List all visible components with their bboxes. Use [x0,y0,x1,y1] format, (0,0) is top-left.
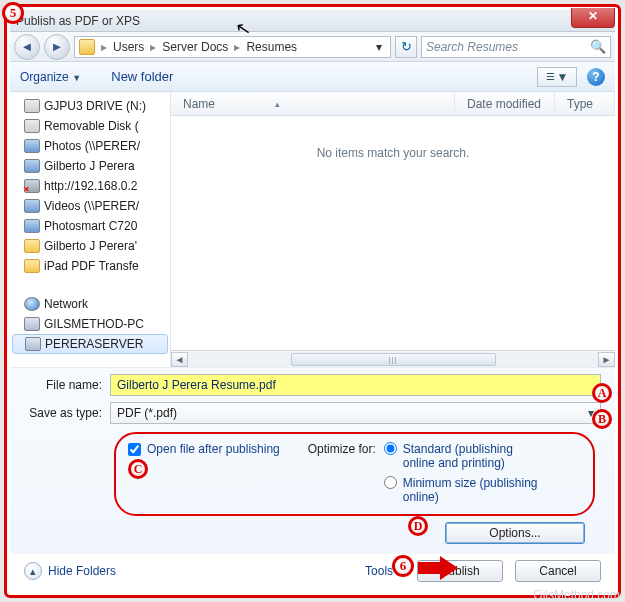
sidebar-item[interactable]: Videos (\\PERER/ [12,196,168,216]
sidebar-network[interactable]: Network [12,294,168,314]
chevron-right-icon: ▸ [230,40,244,54]
computer-icon [24,317,40,331]
titlebar: Publish as PDF or XPS ✕ [10,10,615,32]
marker-b: B [592,409,612,429]
scroll-left-button[interactable]: ◄ [171,352,188,367]
optimize-label: Optimize for: [308,442,376,504]
sidebar-item-selected[interactable]: PERERASERVER [12,334,168,354]
saveas-value: PDF (*.pdf) [117,406,177,420]
sidebar-item[interactable]: Photos (\\PERER/ [12,136,168,156]
column-name[interactable]: Name▴ [171,92,455,115]
back-button[interactable]: ◄ [14,34,40,60]
forward-button[interactable]: ► [44,34,70,60]
refresh-button[interactable]: ↻ [395,36,417,58]
network-drive-icon [24,219,40,233]
new-folder-button[interactable]: New folder [111,69,173,84]
folder-icon [24,259,40,273]
saveas-select[interactable]: PDF (*.pdf) ▾ [110,402,601,424]
chevron-down-icon: ▼ [72,73,81,83]
column-date[interactable]: Date modified [455,92,555,115]
optimize-standard-radio[interactable]: Standard (publishing online and printing… [384,442,538,470]
sidebar-item[interactable]: http://192.168.0.2 [12,176,168,196]
hide-folders-button[interactable]: ▴ Hide Folders [24,562,116,580]
svg-marker-0 [418,556,458,580]
network-drive-icon [24,199,40,213]
network-icon [24,297,40,311]
marker-d: D [408,516,428,536]
chevron-right-icon: ▸ [146,40,160,54]
body: GJPU3 DRIVE (N:) Removable Disk ( Photos… [10,92,615,367]
sidebar-item[interactable]: Gilberto J Perera' [12,236,168,256]
open-after-checkbox-input[interactable] [128,443,141,456]
window-title: Publish as PDF or XPS [16,14,140,28]
column-headers: Name▴ Date modified Type [171,92,615,116]
open-after-checkbox[interactable]: Open file after publishing [128,442,280,504]
sort-arrow-icon: ▴ [275,99,280,109]
view-button[interactable]: ☰ ▼ [537,67,577,87]
chevron-right-icon: ▸ [97,40,111,54]
organize-menu[interactable]: Organize ▼ [20,69,81,84]
breadcrumb-seg[interactable]: Users [113,40,144,54]
nav-row: ◄ ► ▸ Users ▸ Server Docs ▸ Resumes ▾ ↻ … [10,32,615,62]
drive-icon [24,119,40,133]
optimize-standard-radio-input[interactable] [384,442,397,455]
help-button[interactable]: ? [587,68,605,86]
filename-input[interactable] [110,374,601,396]
annotation-frame: Publish as PDF or XPS ✕ ◄ ► ▸ Users ▸ Se… [4,4,621,598]
file-list: No items match your search. [171,116,615,350]
folder-icon [24,239,40,253]
breadcrumb[interactable]: ▸ Users ▸ Server Docs ▸ Resumes ▾ [74,36,391,58]
sidebar-item[interactable]: Gilberto J Perera [12,156,168,176]
folder-icon [79,39,95,55]
marker-6: 6 [392,555,414,577]
marker-5: 5 [2,2,24,24]
cancel-button[interactable]: Cancel [515,560,601,582]
network-drive-icon [24,139,40,153]
close-button[interactable]: ✕ [571,8,615,28]
breadcrumb-seg[interactable]: Server Docs [162,40,228,54]
sidebar-item[interactable]: GJPU3 DRIVE (N:) [12,96,168,116]
lower-panel: File name: Save as type: PDF (*.pdf) ▾ O… [10,367,615,554]
arrow-red-icon [418,556,458,580]
empty-message: No items match your search. [317,146,470,160]
breadcrumb-dropdown-icon[interactable]: ▾ [372,40,386,54]
scroll-right-button[interactable]: ► [598,352,615,367]
sidebar: GJPU3 DRIVE (N:) Removable Disk ( Photos… [10,92,170,367]
sidebar-item[interactable]: Photosmart C720 [12,216,168,236]
footer: ▴ Hide Folders Tools ▼ Publish Cancel [10,554,615,592]
optimize-minimum-radio-input[interactable] [384,476,397,489]
search-input[interactable]: Search Resumes 🔍 [421,36,611,58]
main-pane: Name▴ Date modified Type No items match … [170,92,615,367]
options-button[interactable]: Options... [445,522,585,544]
drive-icon [24,99,40,113]
computer-icon [25,337,41,351]
column-type[interactable]: Type [555,92,615,115]
horizontal-scrollbar[interactable]: ◄ ► [171,350,615,367]
chevron-down-icon: ▼ [557,70,569,84]
search-placeholder: Search Resumes [426,40,518,54]
chevron-up-icon: ▴ [24,562,42,580]
optimize-minimum-radio[interactable]: Minimum size (publishing online) [384,476,538,504]
sidebar-item[interactable]: iPad PDF Transfe [12,256,168,276]
marker-c: C [128,459,148,479]
breadcrumb-seg[interactable]: Resumes [246,40,297,54]
sidebar-item[interactable]: GILSMETHOD-PC [12,314,168,334]
marker-a: A [592,383,612,403]
filename-label: File name: [24,378,102,392]
saveas-label: Save as type: [24,406,102,420]
scroll-thumb[interactable] [291,353,496,366]
network-drive-icon [24,159,40,173]
search-icon: 🔍 [590,39,606,54]
dialog-window: Publish as PDF or XPS ✕ ◄ ► ▸ Users ▸ Se… [10,10,615,592]
disconnected-drive-icon [24,179,40,193]
watermark: GilsMethod.com [533,588,620,602]
toolbar: Organize ▼ New folder ☰ ▼ ? [10,62,615,92]
scroll-track[interactable] [188,352,598,367]
options-group: Open file after publishing Optimize for:… [114,432,595,516]
sidebar-item[interactable]: Removable Disk ( [12,116,168,136]
